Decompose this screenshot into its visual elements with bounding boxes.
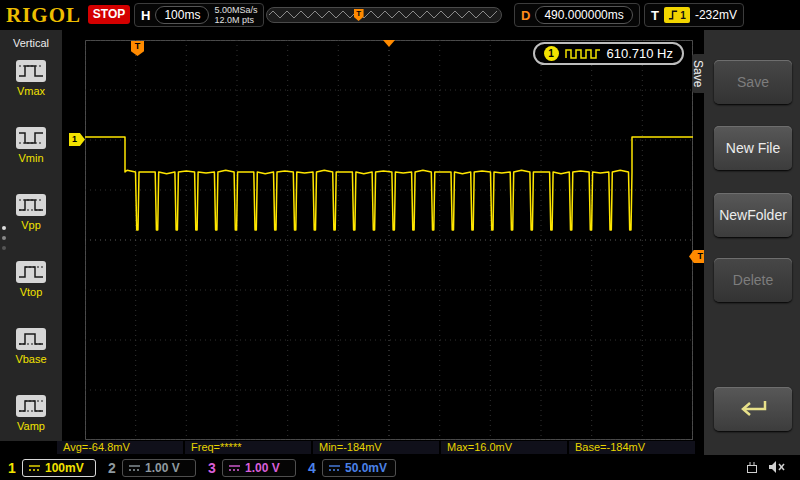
trigger-source-badge: 1	[664, 7, 690, 23]
sidebar-item-label: Vmin	[0, 152, 62, 164]
channel3-status[interactable]: 3 1.00 V	[206, 458, 296, 478]
channel4-scale: 50.0mV	[345, 461, 387, 475]
channel2-number: 2	[106, 460, 118, 476]
memory-waveform-icon	[267, 8, 501, 22]
dc-coupling-icon	[328, 463, 341, 473]
sample-rate: 5.00MSa/s	[214, 5, 257, 15]
sidebar-item-label: Vtop	[0, 286, 62, 298]
graticule-area: 1 610.710 Hz 1 T T	[85, 40, 693, 440]
softkey-menu: Save Save New File NewFolder Delete	[704, 30, 800, 455]
channel1-level-marker[interactable]: 1	[69, 133, 85, 146]
acquisition-info: 5.00MSa/s 12.0M pts	[214, 5, 257, 25]
memory-depth: 12.0M pts	[214, 15, 254, 25]
measure-sidebar: Vertical Vmax Vmin Vpp Vtop	[0, 30, 62, 441]
new-folder-button[interactable]: NewFolder	[714, 193, 792, 237]
waveform-position-indicator: T	[266, 7, 502, 23]
trigger-status-group: T 1 -232mV	[644, 3, 744, 27]
topbar: RIGOL STOP H 100ms 5.00MSa/s 12.0M pts T…	[0, 0, 800, 30]
channel1-status[interactable]: 1 100mV	[6, 458, 96, 478]
channel4-status[interactable]: 4 50.0mV	[306, 458, 396, 478]
square-wave-icon	[565, 48, 601, 60]
channel2-scale-box: 1.00 V	[122, 459, 196, 477]
vbase-icon	[16, 328, 46, 350]
horizontal-label: H	[141, 8, 150, 23]
save-button[interactable]: Save	[714, 60, 792, 104]
channel4-scale-box: 50.0mV	[322, 459, 396, 477]
channel1-scale: 100mV	[45, 461, 84, 475]
trigger-source-channel: 1	[680, 10, 686, 21]
horizontal-status-group: H 100ms 5.00MSa/s 12.0M pts	[134, 3, 264, 27]
vtop-icon	[16, 261, 46, 283]
channel2-scale: 1.00 V	[145, 461, 180, 475]
waveform-display	[85, 40, 693, 440]
dc-coupling-icon	[28, 463, 41, 473]
sidebar-title: Vertical	[0, 30, 62, 49]
delay-status-group: D 490.000000ms	[514, 3, 640, 27]
new-file-button[interactable]: New File	[714, 126, 792, 170]
trigger-position-triangle-icon	[383, 40, 395, 47]
channel4-number: 4	[306, 460, 318, 476]
sidebar-item-vmax[interactable]: Vmax	[0, 60, 62, 97]
vamp-icon	[16, 395, 46, 417]
channel1-number: 1	[6, 460, 18, 476]
measurement-max: Max=16.0mV	[441, 441, 567, 454]
sidebar-item-label: Vbase	[0, 353, 62, 365]
sidebar-item-vbase[interactable]: Vbase	[0, 328, 62, 365]
sidebar-item-vmin[interactable]: Vmin	[0, 127, 62, 164]
return-arrow-icon	[733, 396, 773, 422]
channel2-status[interactable]: 2 1.00 V	[106, 458, 196, 478]
dc-coupling-icon	[128, 463, 141, 473]
vmax-icon	[16, 60, 46, 82]
freq-counter-channel-badge: 1	[544, 46, 559, 61]
channel3-scale-box: 1.00 V	[222, 459, 296, 477]
measurement-min: Min=-184mV	[313, 441, 439, 454]
trigger-label: T	[651, 8, 659, 23]
delete-button[interactable]: Delete	[714, 258, 792, 302]
channel3-scale: 1.00 V	[245, 461, 280, 475]
sidebar-item-vpp[interactable]: Vpp	[0, 194, 62, 231]
page-indicator	[2, 226, 6, 250]
trigger-level-value: -232mV	[695, 8, 737, 22]
sidebar-item-label: Vpp	[0, 219, 62, 231]
channel1-scale-box: 100mV	[22, 459, 96, 477]
sidebar-item-label: Vamp	[0, 420, 62, 432]
back-button[interactable]	[714, 387, 792, 431]
rigol-logo: RIGOL	[6, 3, 81, 28]
timebase-value: 100ms	[155, 6, 209, 24]
vpp-icon	[16, 194, 46, 216]
measurement-avg: Avg=-64.8mV	[57, 441, 183, 454]
vmin-icon	[16, 127, 46, 149]
run-state-badge[interactable]: STOP	[88, 5, 130, 24]
usb-icon	[744, 460, 760, 474]
speaker-muted-icon	[768, 460, 786, 474]
sidebar-item-label: Vmax	[0, 85, 62, 97]
channel-status-bar: 1 100mV 2 1.00 V 3 1.00 V	[0, 455, 800, 480]
delay-label: D	[521, 8, 530, 23]
sidebar-item-vamp[interactable]: Vamp	[0, 395, 62, 432]
measurement-strip: Avg=-64.8mV Freq=***** Min=-184mV Max=16…	[57, 441, 695, 454]
delay-value: 490.000000ms	[535, 6, 632, 24]
channel3-number: 3	[206, 460, 218, 476]
measurement-base: Base=-184mV	[569, 441, 695, 454]
dc-coupling-icon	[228, 463, 241, 473]
system-icons	[744, 460, 786, 474]
menu-tab-save[interactable]: Save	[692, 54, 705, 93]
sidebar-item-vtop[interactable]: Vtop	[0, 261, 62, 298]
frequency-counter: 1 610.710 Hz	[533, 42, 685, 65]
measurement-freq: Freq=*****	[185, 441, 311, 454]
rising-edge-icon	[668, 9, 679, 21]
freq-counter-value: 610.710 Hz	[607, 46, 674, 61]
